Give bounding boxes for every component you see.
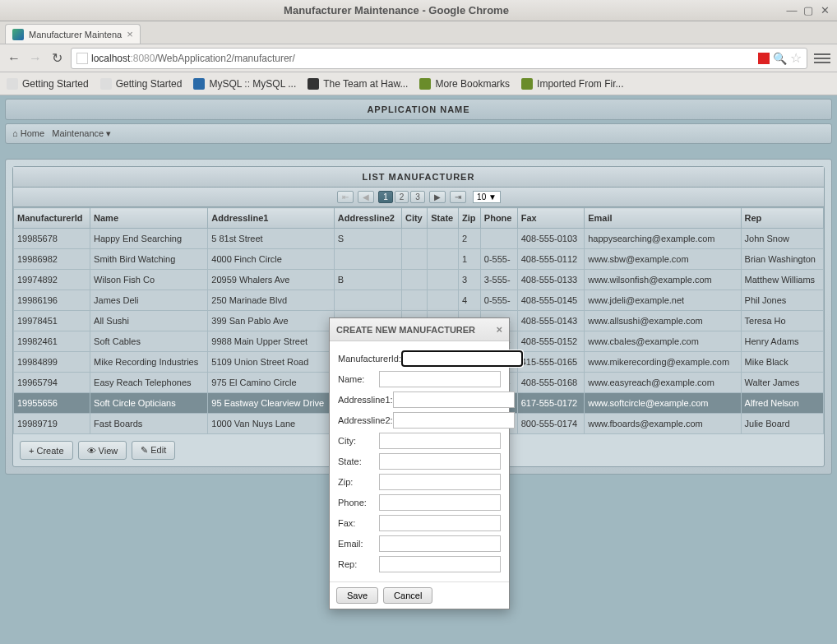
cell-zip: 1 — [459, 249, 481, 270]
field-input[interactable] — [379, 433, 501, 449]
cell-name: Mike Recording Industries — [90, 352, 208, 373]
cell-a1: 5 81st Street — [208, 229, 335, 249]
cell-name: Happy End Searching — [90, 229, 208, 249]
page-prev-icon[interactable]: ◀ — [358, 191, 374, 203]
field-input[interactable] — [401, 350, 523, 367]
field-label: Phone: — [338, 498, 379, 507]
cell-rep: Matthew Williams — [741, 270, 823, 290]
column-header[interactable]: ManufacturerId — [14, 208, 90, 229]
column-header[interactable]: Name — [90, 208, 208, 229]
field-input[interactable] — [379, 515, 501, 531]
cell-rep: Walter James — [741, 373, 823, 393]
cell-fax: 415-555-0165 — [517, 352, 585, 373]
cell-zip: 3 — [459, 270, 481, 290]
page-size-select[interactable]: 10 ▼ — [473, 191, 501, 203]
field-input[interactable] — [393, 412, 515, 429]
forward-icon[interactable]: → — [28, 51, 43, 66]
bookmark-label: Getting Started — [116, 78, 183, 90]
bookmark-label: Imported From Fir... — [537, 78, 623, 90]
field-input[interactable] — [379, 556, 501, 572]
column-header[interactable]: Addressline1 — [208, 208, 335, 229]
field-input[interactable] — [379, 453, 501, 470]
breadcrumb-home[interactable]: Home — [21, 128, 44, 138]
column-header[interactable]: Fax — [517, 208, 585, 229]
field-input[interactable] — [379, 535, 501, 552]
close-window-icon[interactable]: ✕ — [819, 5, 830, 16]
zoom-icon[interactable]: 🔍 — [773, 52, 787, 65]
browser-tab[interactable]: Manufacturer Maintena × — [5, 24, 141, 44]
cell-name: Fast Boards — [90, 414, 208, 434]
cancel-button[interactable]: Cancel — [383, 587, 432, 604]
cell-fax: 408-555-0168 — [517, 373, 585, 393]
bookmark-item[interactable]: More Bookmarks — [419, 78, 510, 90]
view-button[interactable]: 👁 View — [78, 441, 127, 460]
menu-icon[interactable] — [814, 50, 830, 67]
tab-close-icon[interactable]: × — [127, 28, 133, 40]
table-row[interactable]: 19986196James Deli250 Marinade Blvd40-55… — [14, 290, 824, 311]
back-icon[interactable]: ← — [7, 51, 21, 66]
cell-id: 19986982 — [14, 249, 90, 270]
column-header[interactable]: Phone — [480, 208, 517, 229]
cell-email: www.sbw@example.com — [585, 249, 741, 270]
bookmark-item[interactable]: Imported From Fir... — [521, 78, 623, 90]
bookmark-label: Getting Started — [22, 78, 89, 90]
url-box[interactable]: localhost:8080/WebApplication2/manufactu… — [71, 48, 807, 69]
cell-name: Soft Cables — [90, 331, 208, 352]
field-input[interactable] — [393, 391, 515, 408]
column-header[interactable]: Email — [585, 208, 741, 229]
page-content: APPLICATION NAME ⌂ Home Maintenance ▾ LI… — [0, 95, 837, 644]
cell-fax: 800-555-0174 — [517, 414, 585, 434]
cell-a1: 9988 Main Upper Street — [208, 331, 335, 352]
field-input[interactable] — [379, 371, 501, 387]
page-number[interactable]: 2 — [395, 191, 409, 203]
field-label: Rep: — [338, 559, 379, 569]
bookmark-item[interactable]: Getting Started — [100, 78, 183, 90]
create-button[interactable]: + Create — [20, 441, 73, 460]
minimize-icon[interactable]: — — [786, 5, 798, 16]
page-next-icon[interactable]: ▶ — [429, 191, 446, 203]
page-first-icon[interactable]: ⇤ — [337, 191, 354, 203]
breadcrumb-current[interactable]: Maintenance ▾ — [52, 128, 111, 138]
table-row[interactable]: 19986982Smith Bird Watching4000 Finch Ci… — [14, 249, 824, 270]
cell-city — [401, 270, 427, 290]
page-icon — [76, 53, 88, 64]
cell-a1: 4000 Finch Circle — [208, 249, 335, 270]
page-last-icon[interactable]: ⇥ — [450, 191, 466, 203]
bookmark-item[interactable]: The Team at Haw... — [308, 78, 408, 90]
table-row[interactable]: 19985678Happy End Searching5 81st Street… — [14, 229, 824, 249]
extension-icon[interactable] — [758, 53, 770, 64]
cell-a1: 399 San Pablo Ave — [208, 311, 335, 331]
bookmark-icon — [419, 78, 431, 90]
bookmark-item[interactable]: MySQL :: MySQL ... — [193, 78, 296, 90]
reload-icon[interactable]: ↻ — [49, 51, 64, 66]
field-label: Addressline1: — [338, 395, 393, 405]
page-number[interactable]: 3 — [410, 191, 425, 203]
cell-phone — [480, 229, 517, 249]
column-header[interactable]: Zip — [459, 208, 481, 229]
bookmark-star-icon[interactable]: ☆ — [790, 50, 802, 66]
cell-fax: 408-555-0112 — [517, 249, 585, 270]
dialog-close-icon[interactable]: × — [496, 323, 502, 336]
bookmark-label: More Bookmarks — [435, 78, 510, 90]
cell-email: www.mikerecording@example.com — [585, 352, 741, 373]
cell-email: www.jdeli@example.net — [585, 290, 741, 311]
cell-id: 19989719 — [14, 414, 90, 434]
field-input[interactable] — [379, 474, 501, 490]
field-label: Fax: — [338, 518, 379, 528]
column-header[interactable]: City — [401, 208, 427, 229]
column-header[interactable]: Addressline2 — [334, 208, 401, 229]
page-number[interactable]: 1 — [378, 191, 393, 203]
table-row[interactable]: 19974892Wilson Fish Co20959 Whalers AveB… — [14, 270, 824, 290]
edit-button[interactable]: ✎ Edit — [132, 441, 175, 460]
bookmark-label: MySQL :: MySQL ... — [209, 78, 296, 90]
column-header[interactable]: Rep — [741, 208, 823, 229]
column-header[interactable]: State — [428, 208, 459, 229]
cell-email: www.softcircle@example.com — [585, 393, 741, 414]
window-title: Manufacturer Maintenance - Google Chrome — [7, 4, 786, 16]
save-button[interactable]: Save — [336, 587, 378, 604]
field-input[interactable] — [379, 494, 501, 511]
bookmark-item[interactable]: Getting Started — [7, 78, 89, 90]
maximize-icon[interactable]: ▢ — [802, 5, 814, 16]
bookmark-icon — [308, 78, 319, 90]
cell-name: Easy Reach Telephones — [90, 373, 208, 393]
